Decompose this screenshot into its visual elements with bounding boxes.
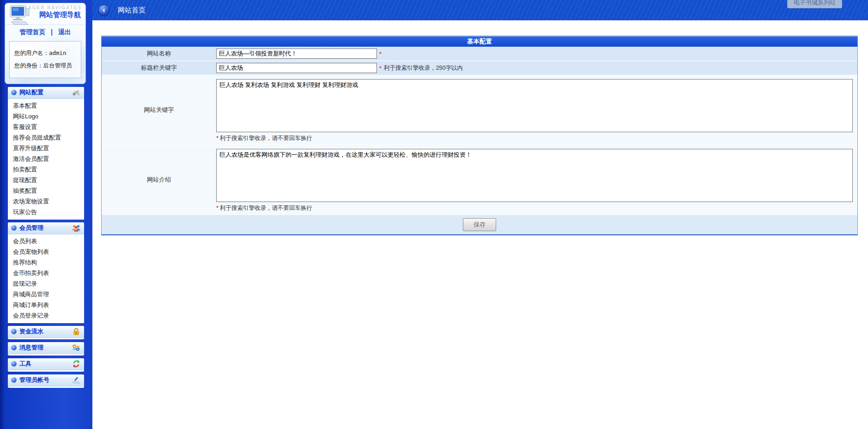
computer-icon bbox=[8, 5, 31, 27]
sidebar-item-member-login-log[interactable]: 会员登录记录 bbox=[8, 310, 84, 321]
bullet-icon bbox=[11, 329, 17, 334]
sidebar-item-player-notice[interactable]: 玩家公告 bbox=[8, 207, 84, 217]
title-keywords-label: 标题栏关键字 bbox=[102, 64, 216, 72]
site-name-input[interactable] bbox=[216, 49, 377, 59]
site-keywords-hint-line: *利于搜索引擎收录，请不要回车换行 bbox=[216, 134, 853, 142]
site-intro-hint-line: *利于搜索引擎收录，请不要回车换行 bbox=[216, 203, 853, 212]
nav-section-admin-account: 管理员帐号 bbox=[8, 374, 84, 388]
required-asterisk: * bbox=[216, 204, 219, 211]
section-title: 消息管理 bbox=[19, 343, 69, 352]
sidebar: MANAGER NAVIGATES 网站管理导航 管理首页 | 退出 您的用户名… bbox=[0, 0, 92, 429]
site-intro-field: 巨人农场是优客网络旗下的一款复利理财游戏，在这里大家可以更轻松、愉快的进行理财投… bbox=[216, 145, 857, 214]
form-row-title-keywords: 标题栏关键字 * 利于搜索引擎收录，250字以内 bbox=[102, 61, 857, 75]
sidebar-item-coin-auction-list[interactable]: 金币拍卖列表 bbox=[8, 268, 84, 278]
sidebar-item-activate-member[interactable]: 激活会员配置 bbox=[8, 153, 84, 164]
section-header-member-management[interactable]: 会员管理 bbox=[8, 222, 84, 234]
site-name-field: * bbox=[216, 47, 857, 61]
required-asterisk: * bbox=[379, 50, 382, 57]
nav-section-message-management: 消息管理 bbox=[8, 342, 84, 355]
section-header-message-management[interactable]: 消息管理 bbox=[8, 342, 84, 354]
site-keywords-label: 网站关键字 bbox=[102, 106, 216, 114]
username-value: admin bbox=[49, 49, 67, 56]
required-asterisk: * bbox=[379, 65, 382, 72]
bullet-icon bbox=[11, 361, 17, 367]
form-row-site-name: 网站名称 * bbox=[102, 47, 857, 61]
save-button[interactable]: 保存 bbox=[463, 218, 496, 231]
sidebar-item-mall-goods-management[interactable]: 商城商品管理 bbox=[8, 289, 84, 300]
admin-home-link[interactable]: 管理首页 bbox=[19, 28, 45, 36]
tools-icon bbox=[72, 88, 81, 97]
sidebar-item-direct-upgrade[interactable]: 直荐升级配置 bbox=[8, 143, 84, 153]
section-title: 工具 bbox=[19, 360, 69, 368]
save-row: 保存 bbox=[102, 215, 857, 234]
required-asterisk: * bbox=[216, 135, 219, 141]
logout-link[interactable]: 退出 bbox=[58, 28, 71, 36]
form-row-site-keywords: 网站关键字 巨人农场 复利农场 复利游戏 复利理财 复利理财游戏 *利于搜索引擎… bbox=[102, 75, 857, 145]
role-value: 后台管理员 bbox=[43, 62, 73, 69]
bullet-icon bbox=[11, 345, 17, 350]
section-title: 网站配置 bbox=[19, 88, 69, 97]
sidebar-item-referral-structure[interactable]: 推荐结构 bbox=[8, 257, 84, 268]
title-keywords-hint: 利于搜索引擎收录，250字以内 bbox=[384, 64, 463, 72]
site-keywords-textarea[interactable]: 巨人农场 复利农场 复利游戏 复利理财 复利理财游戏 bbox=[216, 79, 853, 132]
sidebar-item-member-pet-list[interactable]: 会员宠物列表 bbox=[8, 246, 84, 257]
link-separator: | bbox=[51, 28, 53, 36]
topbar: ‹ 网站首页 电子书城系列站 bbox=[92, 0, 868, 20]
sidebar-nav: 网站配置 bbox=[8, 87, 84, 388]
sidebar-item-basic-config[interactable]: 基本配置 bbox=[8, 100, 84, 111]
role-line: 您的身份：后台管理员 bbox=[14, 60, 76, 72]
bullet-icon bbox=[11, 225, 17, 231]
user-info-box: 您的用户名：admin 您的身份：后台管理员 bbox=[9, 41, 81, 78]
section-header-tools[interactable]: 工具 bbox=[8, 358, 84, 370]
site-keywords-field: 巨人农场 复利农场 复利游戏 复利理财 复利理财游戏 *利于搜索引擎收录，请不要… bbox=[216, 75, 857, 145]
back-arrow-icon: ‹ bbox=[103, 6, 105, 14]
username-label: 您的用户名： bbox=[14, 50, 49, 56]
form-row-site-intro: 网站介绍 巨人农场是优客网络旗下的一款复利理财游戏，在这里大家可以更轻松、愉快的… bbox=[102, 145, 857, 215]
sidebar-item-mall-order-list[interactable]: 商城订单列表 bbox=[8, 300, 84, 310]
section-title: 管理员帐号 bbox=[19, 376, 69, 384]
brand-panel: MANAGER NAVIGATES 网站管理导航 管理首页 | 退出 您的用户名… bbox=[5, 3, 86, 84]
back-button[interactable]: ‹ bbox=[98, 5, 109, 16]
username-line: 您的用户名：admin bbox=[14, 47, 76, 60]
section-header-admin-account[interactable]: 管理员帐号 bbox=[8, 374, 84, 386]
sidebar-item-auction-config[interactable]: 拍卖配置 bbox=[8, 164, 84, 175]
site-intro-textarea[interactable]: 巨人农场是优客网络旗下的一款复利理财游戏，在这里大家可以更轻松、愉快的进行理财投… bbox=[216, 149, 853, 202]
nav-section-fund-flow: 资金流水 bbox=[8, 326, 84, 339]
role-label: 您的身份： bbox=[14, 62, 43, 69]
brand-top: MANAGER NAVIGATES 网站管理导航 bbox=[5, 3, 85, 22]
bullet-icon bbox=[11, 377, 17, 383]
sidebar-item-member-list[interactable]: 会员列表 bbox=[8, 236, 84, 246]
sidebar-item-lottery-config[interactable]: 抽奖配置 bbox=[8, 185, 84, 196]
sidebar-item-site-logo[interactable]: 网站Logo bbox=[8, 111, 84, 122]
site-intro-label: 网站介绍 bbox=[102, 176, 216, 184]
title-keywords-field: * 利于搜索引擎收录，250字以内 bbox=[216, 61, 857, 75]
sidebar-item-withdraw-config[interactable]: 提现配置 bbox=[8, 175, 84, 185]
corner-button[interactable]: 电子书城系列站 bbox=[787, 0, 842, 8]
sidebar-item-customer-service[interactable]: 客服设置 bbox=[8, 122, 84, 132]
sidebar-item-referral-commission[interactable]: 推荐会员提成配置 bbox=[8, 132, 84, 143]
section-items-site-config: 基本配置 网站Logo 客服设置 推荐会员提成配置 直荐升级配置 激活会员配置 … bbox=[8, 99, 84, 220]
site-intro-hint: 利于搜索引擎收录，请不要回车换行 bbox=[220, 205, 312, 211]
nav-section-tools: 工具 bbox=[8, 358, 84, 372]
title-keywords-input[interactable] bbox=[216, 63, 377, 73]
keys-icon bbox=[72, 343, 81, 352]
nav-section-site-config: 网站配置 bbox=[8, 87, 84, 220]
main-content: 基本配置 网站名称 * 标题栏关键字 * 利于搜索引擎收录，250字以内 bbox=[92, 20, 868, 429]
refresh-icon bbox=[72, 360, 81, 368]
site-name-label: 网站名称 bbox=[102, 49, 216, 58]
section-title: 资金流水 bbox=[19, 327, 69, 336]
pencil-icon bbox=[72, 376, 81, 384]
users-icon bbox=[72, 224, 81, 232]
nav-section-member-management: 会员管理 会员列表 会员宠物列表 bbox=[8, 222, 84, 323]
lock-icon bbox=[72, 327, 81, 336]
page-title: 网站首页 bbox=[118, 0, 146, 20]
basic-config-panel: 基本配置 网站名称 * 标题栏关键字 * 利于搜索引擎收录，250字以内 bbox=[101, 36, 858, 235]
sidebar-item-farm-pet-settings[interactable]: 农场宠物设置 bbox=[8, 196, 84, 207]
section-items-member-management: 会员列表 会员宠物列表 推荐结构 金币拍卖列表 提现记录 商城商品管理 商城订单… bbox=[8, 234, 84, 323]
section-header-site-config[interactable]: 网站配置 bbox=[8, 87, 84, 99]
section-title: 会员管理 bbox=[19, 224, 69, 232]
section-header-fund-flow[interactable]: 资金流水 bbox=[8, 326, 84, 338]
panel-header: 基本配置 bbox=[102, 36, 857, 47]
sidebar-item-withdraw-records[interactable]: 提现记录 bbox=[8, 278, 84, 289]
site-keywords-hint: 利于搜索引擎收录，请不要回车换行 bbox=[220, 135, 312, 141]
